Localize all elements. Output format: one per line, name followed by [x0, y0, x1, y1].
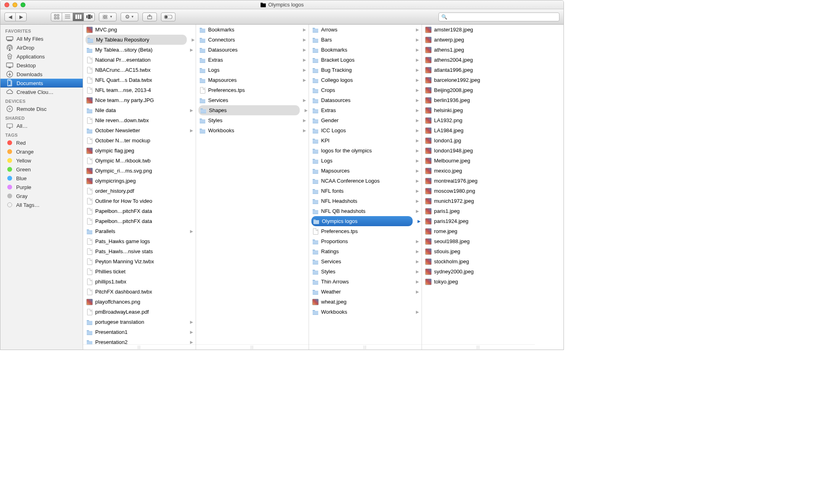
file-row[interactable]: Gender▶ [309, 115, 422, 125]
arrange-button[interactable]: ▼ [99, 12, 117, 21]
file-row[interactable]: Services▶ [309, 256, 422, 267]
column-resize-handle[interactable]: || [309, 344, 422, 350]
file-row[interactable]: Bars▶ [309, 35, 422, 45]
file-row[interactable]: NFL fonts▶ [309, 186, 422, 196]
file-row[interactable]: wheat.jpeg [309, 297, 422, 307]
file-row[interactable]: Ratings▶ [309, 246, 422, 256]
sidebar-item[interactable]: Green [0, 165, 83, 174]
file-row[interactable]: paris1924.jpeg [422, 216, 535, 226]
file-row[interactable]: antwerp.jpeg [422, 35, 535, 45]
column[interactable]: Arrows▶Bars▶Bookmarks▶Bracket Logos▶Bug … [309, 25, 422, 350]
file-row[interactable]: My Tableau Repository [86, 35, 187, 45]
search-input[interactable] [447, 14, 557, 20]
sidebar-item[interactable]: Creative Clou… [0, 87, 83, 96]
file-row[interactable]: Weather▶ [309, 287, 422, 297]
file-row[interactable]: Mapsources▶ [196, 75, 309, 85]
forward-button[interactable]: ▶ [15, 12, 27, 21]
file-row[interactable]: atlanta1996.jpeg [422, 65, 535, 75]
file-row[interactable]: Thin Arrows▶ [309, 277, 422, 287]
sidebar-item[interactable]: Applications [0, 52, 83, 61]
sidebar-item[interactable]: All… [0, 121, 83, 130]
file-row[interactable]: logos for the olympics▶ [309, 146, 422, 156]
file-row[interactable]: portugese translation▶ [83, 317, 196, 327]
file-row[interactable]: Bookmarks▶ [196, 25, 309, 35]
column-resize-handle[interactable]: || [422, 344, 535, 350]
file-row[interactable]: Preferences.tps [196, 85, 309, 95]
sidebar-item[interactable]: Downloads [0, 70, 83, 79]
sidebar-item[interactable]: Red [0, 138, 83, 147]
file-row[interactable]: KPI▶ [309, 135, 422, 146]
file-row[interactable]: Beijing2008.jpeg [422, 85, 535, 95]
file-row[interactable]: Phillies ticket [83, 267, 196, 277]
file-row[interactable]: athens1.jpeg [422, 45, 535, 55]
file-row[interactable]: LA1932.png [422, 115, 535, 125]
file-row[interactable]: Melbourne.jpeg [422, 156, 535, 166]
action-button[interactable]: ⚙▼ [121, 12, 138, 21]
column-resize-handle[interactable]: || [83, 344, 196, 350]
file-row[interactable]: Extras▶ [309, 105, 422, 115]
file-row[interactable]: rome.jpeg [422, 226, 535, 236]
file-row[interactable]: athens2004.jpeg [422, 55, 535, 65]
file-row[interactable]: barcelone1992.jpeg [422, 75, 535, 85]
file-row[interactable]: seoul1988.jpeg [422, 236, 535, 246]
file-row[interactable]: Papelbon…pitchFX data [83, 216, 196, 226]
file-row[interactable]: mexico.jpeg [422, 166, 535, 176]
file-row[interactable]: Shapes [198, 105, 300, 115]
file-row[interactable]: Outline for How To video [83, 196, 196, 206]
file-row[interactable]: Pats_Hawks game logs [83, 236, 196, 246]
file-row[interactable]: Pats_Hawls…nsive stats [83, 246, 196, 256]
file-row[interactable]: Olympics logos [311, 216, 413, 226]
sidebar-item[interactable]: All Tags… [0, 200, 83, 209]
file-row[interactable]: montreal1976.jpeg [422, 176, 535, 186]
file-row[interactable]: NFL Quart…s Data.twbx [83, 75, 196, 85]
titlebar[interactable]: Olympics logos [0, 0, 564, 9]
sidebar-item[interactable]: Purple [0, 183, 83, 192]
search-field[interactable]: 🔍 [438, 12, 559, 21]
file-row[interactable]: Mapsources▶ [309, 166, 422, 176]
file-row[interactable]: olympic flag.jpeg [83, 146, 196, 156]
column-view-button[interactable] [73, 12, 84, 21]
file-row[interactable]: PitchFX dashboard.twbx [83, 287, 196, 297]
coverflow-view-button[interactable] [83, 12, 95, 21]
file-row[interactable]: Arrows▶ [309, 25, 422, 35]
column[interactable]: Bookmarks▶Connectors▶Datasources▶Extras▶… [196, 25, 309, 350]
file-row[interactable]: Nile data▶ [83, 105, 196, 115]
column[interactable]: MVC.pngMy Tableau Repository▶My Tablea…s… [83, 25, 196, 350]
tags-button[interactable] [161, 12, 175, 21]
columns-browser[interactable]: MVC.pngMy Tableau Repository▶My Tablea…s… [83, 25, 564, 350]
file-row[interactable]: Collego logos▶ [309, 75, 422, 85]
sidebar-item[interactable]: AirDrop [0, 43, 83, 52]
file-row[interactable]: LA1984.jpeg [422, 125, 535, 135]
file-row[interactable]: National Pr…esentation [83, 55, 196, 65]
file-row[interactable]: Services▶ [196, 95, 309, 105]
sidebar-item[interactable]: Gray [0, 192, 83, 200]
file-row[interactable]: berlin1936.jpeg [422, 95, 535, 105]
file-row[interactable]: Presentation2▶ [83, 337, 196, 344]
file-row[interactable]: NBACrunc…AC15.twbx [83, 65, 196, 75]
file-row[interactable]: tokyo.jpeg [422, 277, 535, 287]
file-row[interactable]: stockholm.jpeg [422, 256, 535, 267]
file-row[interactable]: Datasources▶ [309, 95, 422, 105]
file-row[interactable]: Papelbon…pitchFX data [83, 206, 196, 216]
file-row[interactable]: Logs▶ [309, 156, 422, 166]
back-button[interactable]: ◀ [4, 12, 16, 21]
share-button[interactable] [142, 12, 157, 21]
file-row[interactable]: NFL QB headshots▶ [309, 206, 422, 216]
file-row[interactable]: Styles▶ [309, 267, 422, 277]
file-row[interactable]: sydney2000.jpeg [422, 267, 535, 277]
file-row[interactable]: Bug Tracking▶ [309, 65, 422, 75]
file-row[interactable]: Bracket Logos▶ [309, 55, 422, 65]
file-row[interactable]: munich1972.jpeg [422, 196, 535, 206]
file-row[interactable]: October Newsletter▶ [83, 125, 196, 135]
file-row[interactable]: playoffchances.png [83, 297, 196, 307]
file-row[interactable]: Olympic M…rkbook.twb [83, 156, 196, 166]
file-row[interactable]: Preferences.tps [309, 226, 422, 236]
file-row[interactable]: Workbooks▶ [309, 307, 422, 317]
sidebar-item[interactable]: Documents [0, 79, 83, 87]
file-row[interactable]: london1948.jpeg [422, 146, 535, 156]
file-row[interactable]: Nice team…ny party.JPG [83, 95, 196, 105]
file-row[interactable]: stlouis.jpeg [422, 246, 535, 256]
file-row[interactable]: amster1928.jpeg [422, 25, 535, 35]
list-view-button[interactable] [62, 12, 73, 21]
file-row[interactable]: Styles▶ [196, 115, 309, 125]
